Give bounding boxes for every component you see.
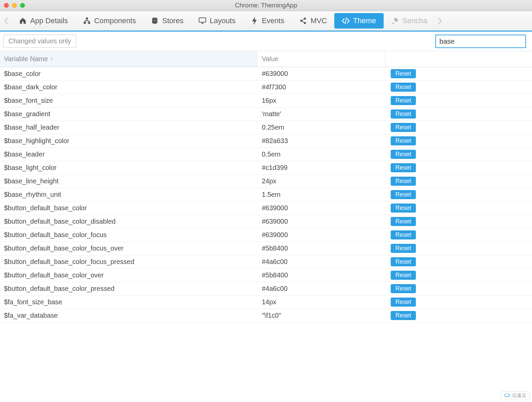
variable-name-cell[interactable]: $fa_var_database (0, 312, 257, 319)
variable-name-cell[interactable]: $base_dark_color (0, 83, 257, 91)
variable-value-cell[interactable]: #5b8400 (257, 271, 385, 279)
variable-value-cell[interactable]: "\f1c0" (257, 312, 385, 319)
table-row: $button_default_base_color_pressed#4a6c0… (0, 282, 532, 296)
variable-value-cell[interactable]: #c1d399 (257, 164, 385, 172)
reset-button[interactable]: Reset (391, 311, 416, 320)
variable-value-cell[interactable]: #82a633 (257, 137, 385, 145)
tab-mvc[interactable]: MVC (292, 13, 334, 29)
tab-label: Components (94, 16, 136, 25)
table-row: $button_default_base_color_disabled#6390… (0, 215, 532, 228)
sitemap-icon (83, 17, 91, 25)
table-row: $base_gradient'matte'Reset (0, 107, 532, 121)
reset-button[interactable]: Reset (391, 298, 416, 307)
variable-name-cell[interactable]: $base_highlight_color (0, 137, 257, 145)
variable-name-cell[interactable]: $button_default_base_color_focus (0, 231, 257, 239)
changed-values-only-toggle[interactable]: Changed values only (3, 35, 76, 48)
variable-value-cell[interactable]: #4a6c00 (257, 285, 385, 293)
variable-value-cell[interactable]: #639000 (257, 70, 385, 78)
tab-label: Events (262, 16, 284, 25)
svg-point-4 (152, 19, 157, 21)
svg-rect-2 (88, 22, 90, 24)
reset-button[interactable]: Reset (391, 217, 416, 226)
reset-button[interactable]: Reset (391, 96, 416, 105)
tab-sencha[interactable]: Sencha (384, 13, 435, 29)
variable-name-cell[interactable]: $button_default_base_color_focus_pressed (0, 258, 257, 266)
reset-button[interactable]: Reset (391, 177, 416, 186)
reset-button[interactable]: Reset (391, 204, 416, 213)
tab-label: Layouts (210, 16, 236, 25)
watermark-badge: 亿速云 (500, 391, 530, 400)
variable-name-cell[interactable]: $base_half_leader (0, 124, 257, 131)
tab-events[interactable]: Events (243, 13, 292, 29)
variable-name-cell[interactable]: $base_rhythm_unit (0, 191, 257, 198)
tab-layouts[interactable]: Layouts (191, 13, 243, 29)
variable-name-cell[interactable]: $fa_font_size_base (0, 298, 257, 306)
table-row: $button_default_base_color_focus#639000R… (0, 228, 532, 242)
variable-name-cell[interactable]: $base_gradient (0, 110, 257, 118)
variable-value-cell[interactable]: #639000 (257, 218, 385, 225)
reset-button[interactable]: Reset (391, 123, 416, 132)
table-row: $fa_font_size_base14pxReset (0, 296, 532, 309)
search-input[interactable] (435, 35, 526, 48)
minimize-window-button[interactable] (12, 3, 17, 8)
share-icon (299, 17, 307, 25)
variable-name-cell[interactable]: $base_light_color (0, 164, 257, 172)
cloud-icon (504, 393, 510, 399)
reset-button[interactable]: Reset (391, 69, 416, 78)
variable-name-cell[interactable]: $base_color (0, 70, 257, 78)
reset-button[interactable]: Reset (391, 230, 416, 239)
variable-name-cell[interactable]: $button_default_base_color_pressed (0, 285, 257, 293)
reset-button[interactable]: Reset (391, 83, 416, 92)
tab-stores[interactable]: Stores (143, 13, 191, 29)
variable-value-cell[interactable]: 24px (257, 177, 385, 185)
variable-name-cell[interactable]: $base_line_height (0, 177, 257, 185)
variable-value-cell[interactable]: 0.5em (257, 150, 385, 158)
reset-button[interactable]: Reset (391, 163, 416, 172)
column-header-value[interactable]: Value (257, 51, 385, 67)
tab-app-details[interactable]: App Details (11, 13, 76, 29)
table-row: $base_color#639000Reset (0, 67, 532, 81)
zoom-window-button[interactable] (20, 3, 25, 8)
table-row: $base_font_size16pxReset (0, 94, 532, 107)
variable-value-cell[interactable]: #639000 (257, 204, 385, 212)
reset-button[interactable]: Reset (391, 244, 416, 253)
reset-button[interactable]: Reset (391, 136, 416, 145)
tab-label: Stores (162, 16, 184, 25)
table-row: $base_line_height24pxReset (0, 175, 532, 188)
variable-name-cell[interactable]: $button_default_base_color_disabled (0, 218, 257, 225)
variable-value-cell[interactable]: 'matte' (257, 110, 385, 118)
reset-button[interactable]: Reset (391, 271, 416, 280)
variable-name-cell[interactable]: $base_leader (0, 150, 257, 158)
reset-button[interactable]: Reset (391, 109, 416, 119)
variable-value-cell[interactable]: #4a6c00 (257, 258, 385, 266)
variable-value-cell[interactable]: #4f7300 (257, 83, 385, 91)
reset-button[interactable]: Reset (391, 257, 416, 266)
tab-label: Theme (353, 16, 376, 25)
table-row: $button_default_base_color_focus_over#5b… (0, 242, 532, 255)
tab-components[interactable]: Components (76, 13, 144, 29)
table-row: $base_half_leader0.25emReset (0, 121, 532, 134)
nav-scroll-left[interactable] (1, 12, 11, 29)
variable-name-cell[interactable]: $base_font_size (0, 97, 257, 104)
variable-value-cell[interactable]: 16px (257, 97, 385, 104)
column-header-label: Variable Name (4, 55, 48, 63)
reset-button[interactable]: Reset (391, 190, 416, 199)
database-icon (151, 17, 159, 25)
variable-value-cell[interactable]: 14px (257, 298, 385, 306)
variable-value-cell[interactable]: #639000 (257, 231, 385, 239)
table-row: $base_light_color#c1d399Reset (0, 161, 532, 175)
variable-name-cell[interactable]: $button_default_base_color_focus_over (0, 244, 257, 252)
tab-theme[interactable]: Theme (334, 13, 383, 29)
column-header-variable-name[interactable]: Variable Name ↑ (0, 51, 257, 67)
close-window-button[interactable] (4, 3, 9, 8)
table-row: $button_default_base_color#639000Reset (0, 202, 532, 215)
theme-toolbar: Changed values only (0, 32, 532, 51)
nav-scroll-right[interactable] (435, 12, 445, 29)
variable-value-cell[interactable]: 1.5em (257, 191, 385, 198)
reset-button[interactable]: Reset (391, 150, 416, 159)
reset-button[interactable]: Reset (391, 284, 416, 293)
variable-name-cell[interactable]: $button_default_base_color (0, 204, 257, 212)
variable-name-cell[interactable]: $button_default_base_color_over (0, 271, 257, 279)
variable-value-cell[interactable]: 0.25em (257, 124, 385, 131)
variable-value-cell[interactable]: #5b8400 (257, 244, 385, 252)
